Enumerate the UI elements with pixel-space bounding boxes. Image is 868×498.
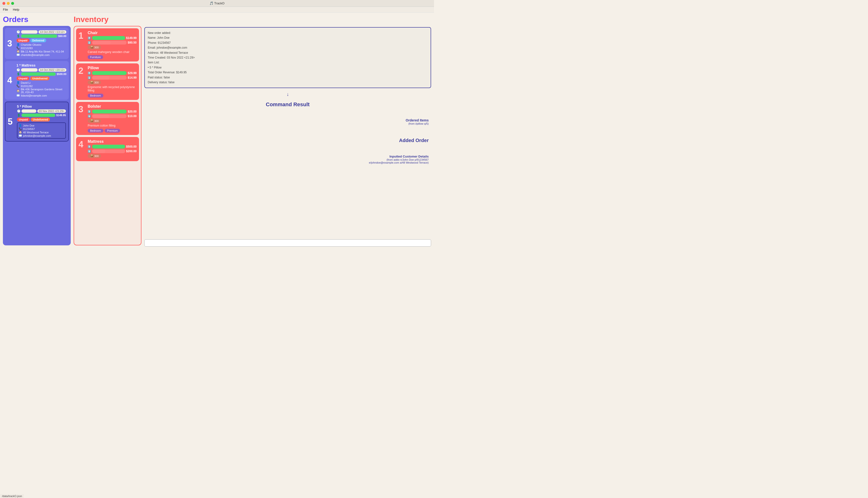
order-address-4: Blk 436 Serangoon Gardens Street 26, #16… (21, 88, 66, 94)
order-price-4: $500.00 (57, 73, 66, 76)
close-button[interactable] (2, 2, 5, 5)
cr-line-4: Email: johndoe@example.com (148, 45, 428, 50)
order-address-row-4: 🏠 Blk 436 Serangoon Gardens Street 26, #… (16, 88, 66, 94)
inventory-panel: Inventory 1 Chair ⬆️ $149.99 ⬇️ (74, 15, 141, 247)
inv-stock-2: 300 (94, 81, 99, 84)
annotation-inputted-title: Inputted Customer Details (369, 155, 429, 158)
inv-sell-price-2: $29.99 (128, 71, 137, 75)
order-address-5: 48 Westwood Terrace (23, 131, 49, 134)
inv-card-1[interactable]: 1 Chair ⬆️ $149.99 ⬇️ (76, 28, 139, 62)
order-card-3[interactable]: 3 🕐 13 Oct 2022 <13:12> 💲 (5, 28, 69, 59)
order-email-4: lidavid@example.com (21, 94, 47, 97)
order-date-5: 03 Nov 2022 <21:29> (37, 109, 66, 113)
badge-unpaid-4: Unpaid (16, 77, 29, 80)
order-name-row-3: 👤 Charlotte Oliveiro (16, 43, 66, 46)
inv-sell-row-4: ⬆️ $500.00 (88, 145, 137, 148)
inventory-container[interactable]: 1 Chair ⬆️ $149.99 ⬇️ (74, 26, 141, 245)
command-input[interactable] (144, 239, 431, 246)
orders-panel: Orders 3 🕐 13 Oct 2022 <13:12> 💲 (3, 15, 71, 247)
order-badges-3: Unpaid Delivered (16, 38, 66, 42)
window-controls (2, 2, 14, 5)
inv-sell-row-3: ⬆️ $20.00 (88, 109, 137, 114)
inv-tag-premium-3: Premium (105, 129, 120, 133)
inv-desc-1: Carved mahogany wooden chair (88, 50, 137, 54)
order-price-row-5: 💲 $149.95 (17, 114, 66, 117)
order-price-5: $149.95 (56, 114, 66, 117)
orders-container[interactable]: 3 🕐 13 Oct 2022 <13:12> 💲 (3, 26, 71, 245)
inv-cost-bar-3 (92, 114, 127, 118)
order-card-4[interactable]: 4 1 * Mattress 🕐 14 Oct 2022 <20:12> 💲 (5, 61, 69, 100)
titlebar: 🎵 TrackO (0, 0, 434, 7)
order-price-3: $60.00 (58, 35, 66, 38)
inv-name-1: Chair (88, 31, 137, 35)
inv-stock-tag-4: 📦 300 (88, 154, 101, 158)
order-number-4: 4 (7, 63, 14, 97)
inv-name-2: Pillow (88, 66, 137, 70)
order-card-5[interactable]: 5 5 * Pillow 🕐 03 Nov 2022 <21:29> 💲 (5, 102, 69, 142)
command-result-box: New order added: Name: John Doe Phone: 9… (144, 27, 431, 88)
badge-unpaid-5: Unpaid (17, 118, 30, 121)
badge-undelivered-5: Undelivered (31, 118, 50, 121)
cr-line-7: Item List: (148, 60, 428, 65)
inv-name-3: Bolster (88, 104, 137, 109)
connector-arrow: ↓ (144, 91, 431, 97)
inv-tags-3: Bedroom Premium (88, 128, 137, 133)
cr-line-9: Total Order Revenue: $149.95 (148, 70, 428, 75)
inv-stock-row-1: 📦 300 (88, 45, 137, 49)
inv-cost-row-2: ⬇️ $14.99 (88, 76, 137, 80)
order-date-4: 14 Oct 2022 <20:12> (39, 68, 66, 71)
inv-stock-row-4: 📦 300 (88, 154, 137, 158)
price-bar-5 (22, 114, 55, 117)
order-phone-row-4: 📞 91031282 (16, 84, 66, 88)
order-name-row-5: 👤 John Doe (18, 124, 64, 127)
menu-help[interactable]: Help (13, 8, 20, 11)
order-email-3: charlotte@example.com (21, 53, 50, 56)
order-email-row-3: ✉️ charlotte@example.com (16, 53, 66, 56)
order-address-row-5: 🏠 48 Westwood Terrace (18, 131, 64, 134)
command-input-bar[interactable] (144, 239, 431, 247)
inv-tag-bedroom-3: Bedroom (88, 129, 103, 133)
inv-card-2[interactable]: 2 Pillow ⬆️ $29.99 ⬇️ (76, 63, 139, 100)
inv-desc-3: Premium cotton filling (88, 124, 137, 127)
date-bar-3 (21, 30, 38, 34)
cr-line-11: Delivery status: false (148, 80, 428, 85)
inv-card-3[interactable]: 3 Bolster ⬆️ $20.00 ⬇️ (76, 102, 139, 135)
inv-sell-bar-4 (92, 145, 125, 148)
badge-unpaid-3: Unpaid (16, 38, 29, 42)
inv-sell-price-1: $149.99 (126, 36, 137, 40)
inv-tags-1: Furniture (88, 55, 137, 59)
inv-sell-row-2: ⬆️ $29.99 (88, 71, 137, 75)
inv-stock-tag-3: 📦 300 (88, 119, 101, 123)
order-phone-row-3: 📞 93210283 (16, 47, 66, 50)
cr-line-6: Time Created: 03 Nov 2022 <21:29> (148, 55, 428, 60)
order-date-row-5: 🕐 03 Nov 2022 <21:29> (17, 109, 66, 113)
badge-delivered-3: Delivered (30, 38, 46, 42)
date-bar-5 (22, 109, 36, 113)
inv-card-4[interactable]: 4 Mattress ⬆️ $500.00 ⬇️ (76, 137, 139, 161)
inv-number-3: 3 (78, 104, 86, 133)
order-address-3: Blk 11 Ang Mo Kio Street 74, #11-04 (21, 50, 64, 53)
inv-stock-1: 300 (94, 46, 99, 49)
inv-name-4: Mattress (88, 140, 137, 144)
maximize-button[interactable] (11, 2, 14, 5)
inv-sell-row-1: ⬆️ $149.99 (88, 36, 137, 40)
inv-stock-4: 300 (94, 155, 99, 158)
price-bar-4 (21, 73, 56, 76)
order-details-4: 1 * Mattress 🕐 14 Oct 2022 <20:12> 💲 (16, 63, 66, 97)
annotation-ordered-items: Ordered Items (from i/pillow q/5) (406, 118, 429, 125)
order-number-5: 5 (8, 105, 15, 139)
inv-tags-2: Bedroom (88, 93, 137, 97)
cr-line-3: Phone: 91234567 (148, 40, 428, 45)
menu-file[interactable]: File (3, 8, 8, 11)
order-phone-5: 91234567 (23, 128, 35, 130)
inv-stock-tag-1: 📦 300 (88, 45, 101, 49)
inv-cost-price-1: $80.50 (128, 41, 137, 44)
right-panel: New order added: Name: John Doe Phone: 9… (144, 15, 431, 247)
minimize-button[interactable] (7, 2, 10, 5)
inv-cost-price-4: $200.00 (126, 149, 137, 153)
order-item-name-5: 5 * Pillow (17, 105, 66, 108)
cr-line-5: Address: 48 Westwood Terrace (148, 50, 428, 55)
orders-title: Orders (3, 15, 71, 24)
order-number-3: 3 (7, 30, 14, 57)
order-name-row-4: 👤 David Li (16, 81, 66, 84)
